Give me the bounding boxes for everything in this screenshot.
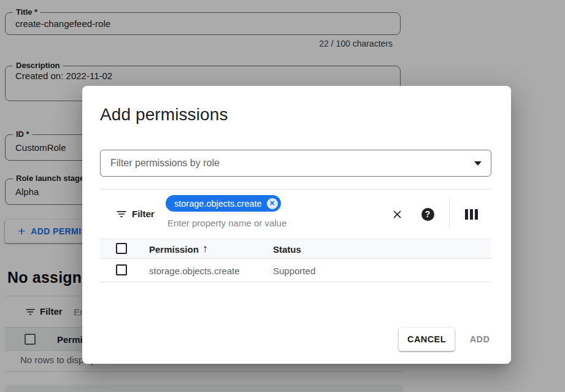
divider	[449, 200, 450, 228]
dialog-title: Add permissions	[100, 105, 228, 125]
filter-chip[interactable]: storage.objects.create ✕	[166, 195, 281, 212]
columns-icon	[465, 209, 468, 220]
row-checkbox[interactable]	[116, 264, 127, 275]
add-button[interactable]: ADD	[463, 328, 497, 351]
row-permission-cell: storage.objects.create	[149, 266, 240, 276]
cancel-button[interactable]: CANCEL	[399, 328, 455, 351]
table-row[interactable]: storage.objects.create Supported	[100, 259, 491, 282]
permission-column-header[interactable]: Permission	[149, 244, 199, 255]
clear-icon	[391, 208, 404, 221]
chip-remove-icon[interactable]: ✕	[267, 198, 278, 209]
sort-ascending-icon[interactable]: ↑	[202, 242, 208, 255]
status-column-header[interactable]: Status	[273, 244, 301, 255]
page: Title * create-changefeed-role 22 / 100 …	[0, 0, 565, 392]
add-permissions-dialog: Add permissions Filter permissions by ro…	[82, 86, 511, 364]
filter-chip-label: storage.objects.create	[174, 199, 262, 209]
filter-funnel-icon	[115, 208, 128, 223]
filter-input[interactable]	[167, 216, 370, 229]
role-filter-dropdown[interactable]: Filter permissions by role	[100, 150, 491, 177]
toolbar-filter-label[interactable]: Filter	[132, 209, 155, 219]
chevron-down-icon	[474, 161, 482, 166]
select-all-checkbox[interactable]	[116, 243, 127, 254]
help-icon: ?	[421, 208, 434, 221]
divider	[100, 189, 491, 190]
role-filter-dropdown-value: Filter permissions by role	[110, 158, 220, 169]
row-status-cell: Supported	[273, 266, 315, 276]
column-display-options-button[interactable]	[463, 206, 479, 222]
permissions-table-header: Permission ↑ Status	[100, 239, 491, 259]
clear-filters-button[interactable]	[389, 206, 405, 222]
filter-help-button[interactable]: ?	[420, 206, 436, 222]
